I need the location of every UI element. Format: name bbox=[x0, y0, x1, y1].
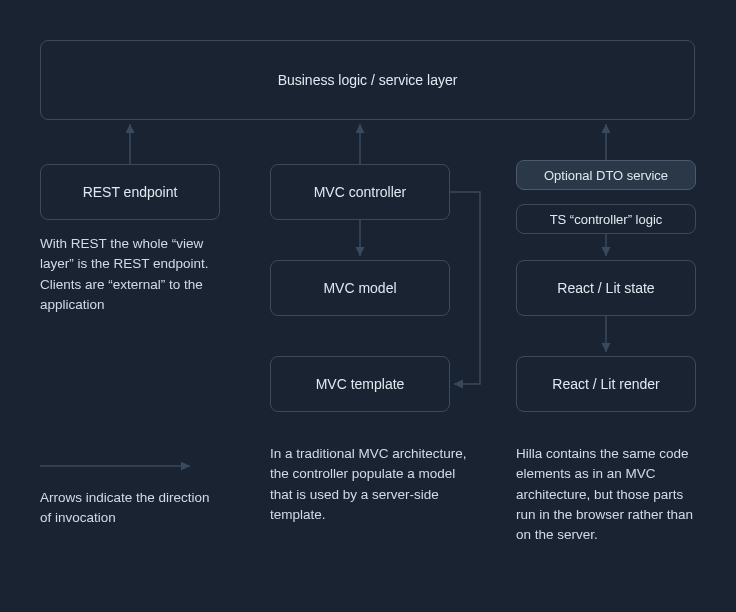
mvc-model-label: MVC model bbox=[323, 280, 396, 296]
mvc-description: In a traditional MVC architecture, the c… bbox=[270, 444, 470, 525]
mvc-controller-label: MVC controller bbox=[314, 184, 407, 200]
mvc-controller-box: MVC controller bbox=[270, 164, 450, 220]
react-render-label: React / Lit render bbox=[552, 376, 659, 392]
mvc-template-label: MVC template bbox=[316, 376, 405, 392]
legend-text: Arrows indicate the direction of invocat… bbox=[40, 488, 220, 529]
react-state-box: React / Lit state bbox=[516, 260, 696, 316]
ts-controller-label: TS “controller” logic bbox=[550, 212, 663, 227]
rest-description: With REST the whole “view layer” is the … bbox=[40, 234, 230, 315]
react-render-box: React / Lit render bbox=[516, 356, 696, 412]
hilla-description: Hilla contains the same code elements as… bbox=[516, 444, 706, 545]
rest-endpoint-label: REST endpoint bbox=[83, 184, 178, 200]
service-layer-box: Business logic / service layer bbox=[40, 40, 695, 120]
rest-endpoint-box: REST endpoint bbox=[40, 164, 220, 220]
mvc-model-box: MVC model bbox=[270, 260, 450, 316]
dto-service-box: Optional DTO service bbox=[516, 160, 696, 190]
mvc-template-box: MVC template bbox=[270, 356, 450, 412]
react-state-label: React / Lit state bbox=[557, 280, 654, 296]
dto-service-label: Optional DTO service bbox=[544, 168, 668, 183]
service-layer-label: Business logic / service layer bbox=[278, 72, 458, 88]
ts-controller-box: TS “controller” logic bbox=[516, 204, 696, 234]
